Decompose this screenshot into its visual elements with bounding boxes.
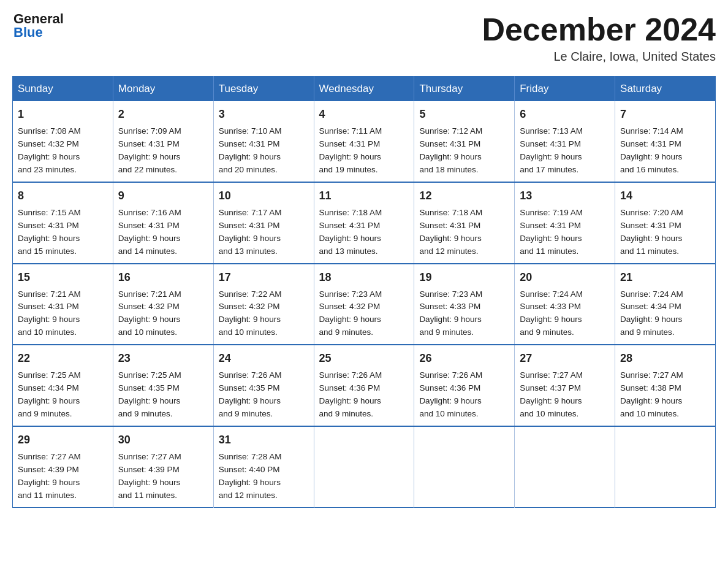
calendar-cell: 2 Sunrise: 7:09 AMSunset: 4:31 PMDayligh…: [113, 101, 213, 182]
calendar-header-row: Sunday Monday Tuesday Wednesday Thursday…: [13, 77, 716, 102]
day-number: 20: [520, 269, 610, 286]
logo-general: General: [13, 12, 64, 26]
day-info: Sunrise: 7:28 AMSunset: 4:40 PMDaylight:…: [219, 452, 282, 500]
title-section: December 2024 Le Claire, Iowa, United St…: [482, 12, 716, 64]
day-info: Sunrise: 7:26 AMSunset: 4:36 PMDaylight:…: [419, 370, 482, 418]
day-info: Sunrise: 7:14 AMSunset: 4:31 PMDaylight:…: [620, 126, 683, 174]
day-info: Sunrise: 7:15 AMSunset: 4:31 PMDaylight:…: [18, 208, 81, 256]
day-info: Sunrise: 7:27 AMSunset: 4:37 PMDaylight:…: [520, 370, 583, 418]
logo-blue: Blue: [13, 26, 64, 39]
calendar-week-2: 8 Sunrise: 7:15 AMSunset: 4:31 PMDayligh…: [13, 182, 716, 264]
calendar-cell: 31 Sunrise: 7:28 AMSunset: 4:40 PMDaylig…: [213, 426, 314, 507]
day-number: 5: [419, 106, 509, 123]
calendar-cell: 11 Sunrise: 7:18 AMSunset: 4:31 PMDaylig…: [314, 182, 414, 264]
day-number: 18: [319, 269, 409, 286]
day-number: 1: [18, 106, 108, 123]
calendar-week-3: 15 Sunrise: 7:21 AMSunset: 4:31 PMDaylig…: [13, 264, 716, 345]
calendar-cell: 26 Sunrise: 7:26 AMSunset: 4:36 PMDaylig…: [414, 345, 515, 426]
calendar-cell: 29 Sunrise: 7:27 AMSunset: 4:39 PMDaylig…: [13, 426, 113, 507]
day-number: 17: [219, 269, 309, 286]
calendar-cell: 14 Sunrise: 7:20 AMSunset: 4:31 PMDaylig…: [615, 182, 716, 264]
calendar-week-5: 29 Sunrise: 7:27 AMSunset: 4:39 PMDaylig…: [13, 426, 716, 507]
day-number: 27: [520, 350, 610, 367]
day-number: 13: [520, 188, 610, 204]
day-number: 23: [118, 350, 208, 367]
day-number: 30: [118, 432, 208, 448]
calendar-cell: 15 Sunrise: 7:21 AMSunset: 4:31 PMDaylig…: [13, 264, 113, 345]
calendar-cell: 21 Sunrise: 7:24 AMSunset: 4:34 PMDaylig…: [615, 264, 716, 345]
calendar-cell: 17 Sunrise: 7:22 AMSunset: 4:32 PMDaylig…: [213, 264, 314, 345]
day-info: Sunrise: 7:20 AMSunset: 4:31 PMDaylight:…: [620, 208, 683, 256]
calendar-cell: 19 Sunrise: 7:23 AMSunset: 4:33 PMDaylig…: [414, 264, 515, 345]
day-info: Sunrise: 7:25 AMSunset: 4:34 PMDaylight:…: [18, 370, 81, 418]
day-number: 14: [620, 188, 710, 204]
col-wednesday: Wednesday: [314, 77, 414, 102]
day-number: 11: [319, 188, 409, 204]
month-title: December 2024: [482, 12, 716, 47]
day-number: 15: [18, 269, 108, 286]
day-info: Sunrise: 7:17 AMSunset: 4:31 PMDaylight:…: [219, 208, 282, 256]
day-number: 25: [319, 350, 409, 367]
calendar-cell: 5 Sunrise: 7:12 AMSunset: 4:31 PMDayligh…: [414, 101, 515, 182]
day-number: 9: [118, 188, 208, 204]
calendar-cell: 18 Sunrise: 7:23 AMSunset: 4:32 PMDaylig…: [314, 264, 414, 345]
day-info: Sunrise: 7:27 AMSunset: 4:39 PMDaylight:…: [18, 452, 81, 500]
day-info: Sunrise: 7:27 AMSunset: 4:39 PMDaylight:…: [118, 452, 181, 500]
calendar-week-4: 22 Sunrise: 7:25 AMSunset: 4:34 PMDaylig…: [13, 345, 716, 426]
calendar-table: Sunday Monday Tuesday Wednesday Thursday…: [12, 76, 716, 507]
col-sunday: Sunday: [13, 77, 113, 102]
day-number: 21: [620, 269, 710, 286]
calendar-cell: 12 Sunrise: 7:18 AMSunset: 4:31 PMDaylig…: [414, 182, 515, 264]
col-saturday: Saturday: [615, 77, 716, 102]
calendar-cell: 10 Sunrise: 7:17 AMSunset: 4:31 PMDaylig…: [213, 182, 314, 264]
day-info: Sunrise: 7:18 AMSunset: 4:31 PMDaylight:…: [319, 208, 382, 256]
calendar-cell: [414, 426, 515, 507]
calendar-cell: 3 Sunrise: 7:10 AMSunset: 4:31 PMDayligh…: [213, 101, 314, 182]
page-header: General Blue December 2024 Le Claire, Io…: [12, 12, 716, 64]
location: Le Claire, Iowa, United States: [482, 50, 716, 64]
day-number: 28: [620, 350, 710, 367]
day-number: 6: [520, 106, 610, 123]
day-info: Sunrise: 7:18 AMSunset: 4:31 PMDaylight:…: [419, 208, 482, 256]
logo: General Blue: [12, 12, 64, 39]
calendar-cell: 28 Sunrise: 7:27 AMSunset: 4:38 PMDaylig…: [615, 345, 716, 426]
calendar-cell: 4 Sunrise: 7:11 AMSunset: 4:31 PMDayligh…: [314, 101, 414, 182]
calendar-cell: 24 Sunrise: 7:26 AMSunset: 4:35 PMDaylig…: [213, 345, 314, 426]
calendar-week-1: 1 Sunrise: 7:08 AMSunset: 4:32 PMDayligh…: [13, 101, 716, 182]
day-number: 2: [118, 106, 208, 123]
col-friday: Friday: [515, 77, 615, 102]
day-number: 22: [18, 350, 108, 367]
day-number: 26: [419, 350, 509, 367]
calendar-cell: [314, 426, 414, 507]
calendar-cell: 25 Sunrise: 7:26 AMSunset: 4:36 PMDaylig…: [314, 345, 414, 426]
col-thursday: Thursday: [414, 77, 515, 102]
day-info: Sunrise: 7:22 AMSunset: 4:32 PMDaylight:…: [219, 289, 282, 337]
day-number: 7: [620, 106, 710, 123]
day-number: 8: [18, 188, 108, 204]
calendar-cell: 13 Sunrise: 7:19 AMSunset: 4:31 PMDaylig…: [515, 182, 615, 264]
day-number: 12: [419, 188, 509, 204]
day-number: 24: [219, 350, 309, 367]
calendar-cell: 16 Sunrise: 7:21 AMSunset: 4:32 PMDaylig…: [113, 264, 213, 345]
calendar-cell: [515, 426, 615, 507]
day-info: Sunrise: 7:10 AMSunset: 4:31 PMDaylight:…: [219, 126, 282, 174]
day-info: Sunrise: 7:24 AMSunset: 4:34 PMDaylight:…: [620, 289, 683, 337]
calendar-cell: 22 Sunrise: 7:25 AMSunset: 4:34 PMDaylig…: [13, 345, 113, 426]
calendar-cell: 8 Sunrise: 7:15 AMSunset: 4:31 PMDayligh…: [13, 182, 113, 264]
day-info: Sunrise: 7:23 AMSunset: 4:33 PMDaylight:…: [419, 289, 482, 337]
day-number: 3: [219, 106, 309, 123]
day-info: Sunrise: 7:08 AMSunset: 4:32 PMDaylight:…: [18, 126, 81, 174]
day-info: Sunrise: 7:21 AMSunset: 4:32 PMDaylight:…: [118, 289, 181, 337]
day-number: 29: [18, 432, 108, 448]
day-number: 31: [219, 432, 309, 448]
calendar-cell: 9 Sunrise: 7:16 AMSunset: 4:31 PMDayligh…: [113, 182, 213, 264]
day-info: Sunrise: 7:26 AMSunset: 4:36 PMDaylight:…: [319, 370, 382, 418]
calendar-cell: 23 Sunrise: 7:25 AMSunset: 4:35 PMDaylig…: [113, 345, 213, 426]
day-number: 4: [319, 106, 409, 123]
day-info: Sunrise: 7:24 AMSunset: 4:33 PMDaylight:…: [520, 289, 583, 337]
day-number: 19: [419, 269, 509, 286]
day-info: Sunrise: 7:25 AMSunset: 4:35 PMDaylight:…: [118, 370, 181, 418]
col-tuesday: Tuesday: [213, 77, 314, 102]
calendar-cell: 1 Sunrise: 7:08 AMSunset: 4:32 PMDayligh…: [13, 101, 113, 182]
day-info: Sunrise: 7:16 AMSunset: 4:31 PMDaylight:…: [118, 208, 181, 256]
